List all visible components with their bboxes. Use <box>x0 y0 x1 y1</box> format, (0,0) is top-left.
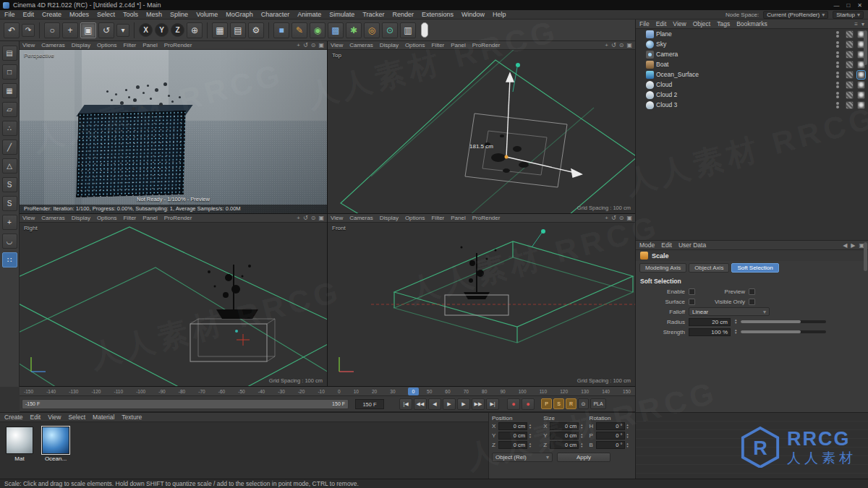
spline-pen-button[interactable]: ✎ <box>292 22 307 38</box>
viewport-nav-icon[interactable]: ▣ <box>318 215 324 222</box>
goto-start-button[interactable]: |◀ <box>399 398 412 410</box>
viewport-nav-icon[interactable]: + <box>605 42 608 49</box>
object-row[interactable]: Camera <box>636 49 868 59</box>
object-manager-menu-item[interactable]: Object <box>693 20 711 27</box>
attribute-menu-item[interactable]: Mode <box>639 241 655 249</box>
viewport-menu-item[interactable]: Panel <box>142 42 157 48</box>
position-field[interactable]: 0 cm <box>498 432 527 440</box>
viewport-menu-item[interactable]: Options <box>405 42 425 48</box>
menu-item[interactable]: Create <box>42 11 61 18</box>
live-selection-icon[interactable]: ○ <box>44 22 60 38</box>
strength-field[interactable]: 100 % <box>689 328 731 336</box>
attribute-tab[interactable]: Modeling Axis <box>639 263 686 273</box>
edges-mode-icon[interactable]: ╱ <box>2 140 17 155</box>
material-menu-item[interactable]: Edit <box>30 414 41 421</box>
surface-checkbox[interactable] <box>689 299 695 305</box>
primitive-cube-button[interactable]: ■ <box>273 22 289 38</box>
next-frame-button[interactable]: ▶ <box>457 398 470 410</box>
visibility-dots[interactable] <box>836 61 839 68</box>
object-manager-menu-item[interactable]: Bookmarks <box>736 20 767 27</box>
strength-slider[interactable] <box>741 330 826 333</box>
object-manager-scrollbar[interactable] <box>864 30 867 65</box>
visibility-dots[interactable] <box>836 92 839 98</box>
viewport-menu-item[interactable]: Display <box>72 42 90 48</box>
maximize-button[interactable]: □ <box>846 2 850 9</box>
spinner-icon[interactable]: ▲▼ <box>580 433 583 439</box>
rotation-field[interactable]: 0 ° <box>596 432 625 440</box>
viewport-canvas-front[interactable]: Front Grid Spacing : 100 cm <box>328 223 635 386</box>
visibility-dots[interactable] <box>836 31 839 38</box>
viewport-nav-icon[interactable]: ↺ <box>611 215 616 222</box>
viewport-nav-icon[interactable]: ⊙ <box>619 42 624 49</box>
move-tool-icon[interactable]: + <box>62 22 78 38</box>
texture-tag-icon[interactable] <box>846 40 854 48</box>
visible-only-checkbox[interactable] <box>749 299 755 305</box>
viewport-nav-icon[interactable]: ⊙ <box>311 215 316 222</box>
viewport-menu-item[interactable]: Options <box>97 215 117 221</box>
texture-tag-icon[interactable] <box>846 51 854 59</box>
viewport-nav-icon[interactable]: ↺ <box>303 42 308 49</box>
position-field[interactable]: 0 cm <box>498 441 527 449</box>
attribute-tab[interactable]: Soft Selection <box>731 263 778 273</box>
rotation-field[interactable]: 0 ° <box>596 422 625 430</box>
menu-item[interactable]: Tracker <box>362 11 384 18</box>
object-row[interactable]: Cloud <box>636 80 868 90</box>
spinner-icon[interactable]: ▲▼ <box>626 442 629 448</box>
viewport-nav-icon[interactable]: ⊙ <box>619 215 624 222</box>
rotate-tool-icon[interactable]: ↺ <box>98 22 114 38</box>
viewport-menu-item[interactable]: Display <box>380 42 399 48</box>
viewport-menu-item[interactable]: View <box>22 42 35 48</box>
viewport-menu-item[interactable]: Filter <box>123 42 136 48</box>
camera-tracker-button[interactable]: ⊙ <box>382 22 398 38</box>
points-mode-icon[interactable]: ∴ <box>2 121 17 136</box>
spinner-icon[interactable]: ▲▼ <box>580 424 583 429</box>
viewport-menu-item[interactable]: View <box>22 215 35 221</box>
render-settings-button[interactable]: ⚙ <box>248 22 264 38</box>
end-frame-field[interactable]: 150 F <box>355 399 384 409</box>
viewport-menu-item[interactable]: ProRender <box>472 215 501 221</box>
phong-tag-icon[interactable] <box>857 71 865 79</box>
undo-icon[interactable]: ↶ <box>4 22 20 38</box>
viewport-menu-item[interactable]: Display <box>72 215 90 221</box>
size-field[interactable]: 0 cm <box>550 441 579 449</box>
record-pla-toggle[interactable]: PLA <box>590 398 606 409</box>
radius-field[interactable]: 20 cm <box>689 318 731 326</box>
object-row[interactable]: Plane <box>636 29 868 39</box>
material-menu-item[interactable]: Select <box>68 414 85 421</box>
viewport-nav-icon[interactable]: + <box>605 215 608 222</box>
visibility-dots[interactable] <box>836 82 839 88</box>
workplane-mode-icon[interactable]: ▱ <box>2 102 17 117</box>
viewport-nav-icon[interactable]: ↺ <box>303 215 308 222</box>
dynamics-button[interactable]: ◎ <box>364 22 380 38</box>
menu-item[interactable]: Extensions <box>422 11 454 18</box>
object-row[interactable]: Sky <box>636 39 868 49</box>
close-button[interactable]: ✕ <box>857 2 862 9</box>
viewport-nav-icon[interactable]: ▣ <box>318 42 324 49</box>
texture-mode-icon[interactable]: ▦ <box>2 83 17 98</box>
previous-frame-button[interactable]: ◀ <box>428 398 441 410</box>
viewport-menu-item[interactable]: Filter <box>431 215 444 221</box>
viewport-menu-item[interactable]: View <box>331 215 343 221</box>
viewport-nav-icon[interactable]: ↺ <box>611 42 616 49</box>
attribute-scrollbar[interactable] <box>864 242 867 271</box>
record-rotation-toggle[interactable]: R <box>566 398 576 409</box>
phong-tag-icon[interactable] <box>857 101 865 109</box>
size-field[interactable]: 0 cm <box>550 432 579 440</box>
spinner-icon[interactable]: ▲▼ <box>626 424 629 429</box>
solo-hierarchy-icon[interactable]: S <box>2 196 17 211</box>
model-mode-icon[interactable]: □ <box>2 64 17 80</box>
coordinate-system-button[interactable]: ⊕ <box>187 22 203 38</box>
phong-tag-icon[interactable] <box>857 81 865 89</box>
material-menu-item[interactable]: Texture <box>122 414 142 421</box>
size-field[interactable]: 0 cm <box>550 422 579 430</box>
spinner-icon[interactable]: ▲▼ <box>529 442 532 448</box>
quantize-snap-icon[interactable]: ∷ <box>2 252 17 267</box>
object-row[interactable]: Ocean_Surface <box>636 69 868 80</box>
next-key-button[interactable]: ▶▶ <box>472 398 485 410</box>
viewport-canvas-top[interactable]: 181.5 cm Top Grid Spacing : 100 cm <box>328 50 635 213</box>
preview-checkbox[interactable] <box>749 288 755 295</box>
radius-slider[interactable] <box>741 320 826 323</box>
autokey-button[interactable]: ● <box>522 398 535 410</box>
viewport-nav-icon[interactable]: ▣ <box>626 42 632 49</box>
spinner-icon[interactable]: ▲▼ <box>529 424 532 429</box>
